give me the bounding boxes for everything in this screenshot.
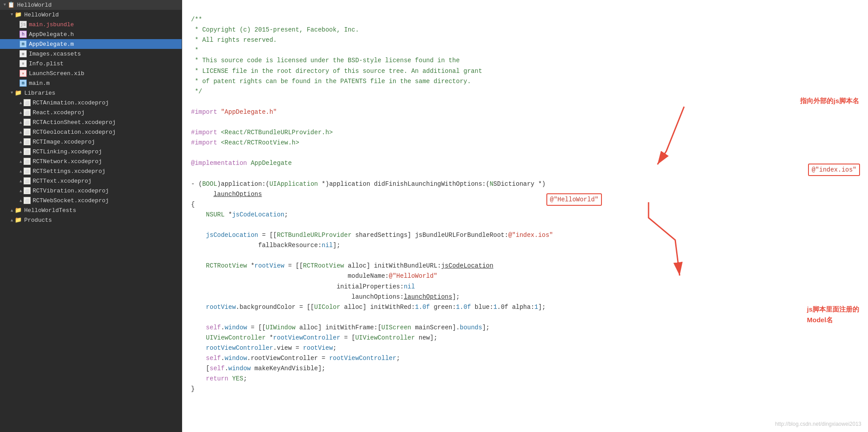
products-label: Products: [24, 217, 52, 224]
rctsettings-label: RCTSettings.xcodeproj: [32, 168, 105, 175]
sidebar-item-appdelegate-h[interactable]: h AppDelegate.h: [0, 29, 182, 39]
sidebar-item-rctimage[interactable]: ▶ ⬜ RCTImage.xcodeproj: [0, 137, 182, 147]
rctnetwork-label: RCTNetwork.xcodeproj: [32, 158, 102, 165]
helloworldtests-icon: 📁: [15, 207, 22, 214]
m-file-icon: m: [20, 40, 27, 48]
xcassets-icon: ⊞: [20, 50, 27, 57]
collapse-icon: ▼: [11, 12, 13, 17]
libraries-folder-icon: 📁: [15, 89, 22, 96]
sidebar-item-rctsettings[interactable]: ▶ ⬜ RCTSettings.xcodeproj: [0, 166, 182, 176]
appdelegate-m-label: AppDelegate.m: [29, 41, 74, 48]
rctimage-label: RCTImage.xcodeproj: [32, 139, 95, 145]
xcodeproj-icon2: ⬜: [24, 109, 31, 116]
annotation-label-jsname: 指向外部的js脚本名: [800, 96, 859, 106]
expand-icon: ▶: [18, 189, 23, 192]
sidebar-item-appdelegate-m[interactable]: m AppDelegate.m: [0, 39, 182, 49]
m-file-icon2: m: [20, 80, 27, 87]
images-xcassets-label: Images.xcassets: [29, 51, 81, 57]
sidebar-item-launchscreen-xib[interactable]: ✕ LaunchScreen.xib: [0, 68, 182, 78]
sidebar-item-rctvibration[interactable]: ▶ ⬜ RCTVibration.xcodeproj: [0, 186, 182, 196]
jsbundle-icon: js: [20, 21, 27, 28]
expand-icon: ▶: [18, 101, 23, 104]
expand-icon: ▶: [18, 111, 23, 113]
annotation-label-modelname: js脚本里面注册的Model名: [807, 304, 859, 325]
expand-icon: ▶: [18, 160, 23, 162]
sidebar-item-react-xcodeproj[interactable]: ▶ ⬜ React.xcodeproj: [0, 108, 182, 117]
products-folder-icon: 📁: [15, 216, 22, 224]
main-jsbundle-label: main.jsbundle: [29, 21, 74, 28]
xcodeproj-icon10: ⬜: [24, 187, 31, 194]
h-file-icon: h: [20, 31, 27, 38]
xcodeproj-icon4: ⬜: [24, 128, 31, 136]
project-icon: 📋: [8, 1, 15, 8]
collapse-icon: ▼: [4, 3, 6, 7]
sidebar-item-rctanimation[interactable]: ▶ ⬜ RCTAnimation.xcodeproj: [0, 98, 182, 108]
xib-icon: ✕: [20, 70, 27, 77]
xcodeproj-icon9: ⬜: [24, 177, 31, 184]
root-project[interactable]: ▼ 📋 HelloWorld: [0, 0, 182, 10]
collapse-icon: ▼: [11, 91, 13, 95]
main-m-label: main.m: [29, 80, 50, 87]
sidebar-item-images-xcassets[interactable]: ⊞ Images.xcassets: [0, 49, 182, 59]
rctwebsocket-label: RCTWebSocket.xcodeproj: [32, 197, 109, 204]
sidebar-item-info-plist[interactable]: ≡ Info.plist: [0, 59, 182, 68]
rctvibration-label: RCTVibration.xcodeproj: [32, 188, 109, 194]
sidebar-item-rctactionsheet[interactable]: ▶ ⬜ RCTActionSheet.xcodeproj: [0, 117, 182, 127]
libraries-label: Libraries: [24, 90, 55, 96]
helloworld-folder-label: HelloWorld: [24, 12, 59, 18]
expand-icon: ▶: [18, 150, 23, 152]
code-editor[interactable]: /** * Copyright (c) 2015-present, Facebo…: [182, 0, 868, 432]
plist-icon: ≡: [20, 60, 27, 67]
sidebar-item-rctnetwork[interactable]: ▶ ⬜ RCTNetwork.xcodeproj: [0, 156, 182, 166]
expand-icon: ▶: [18, 199, 23, 201]
react-xcodeproj-label: React.xcodeproj: [32, 109, 84, 116]
xcodeproj-icon11: ⬜: [24, 197, 31, 204]
expand-icon: ▶: [18, 121, 23, 123]
sidebar-item-helloworldtests[interactable]: ▶ 📁 HelloWorldTests: [0, 205, 182, 215]
expand-icon: ▶: [9, 219, 14, 221]
root-label: HelloWorld: [17, 2, 52, 8]
helloworldtests-label: HelloWorldTests: [24, 207, 76, 214]
rctanimation-label: RCTAnimation.xcodeproj: [32, 100, 109, 106]
sidebar-item-rctwebsocket[interactable]: ▶ ⬜ RCTWebSocket.xcodeproj: [0, 196, 182, 205]
xcodeproj-icon7: ⬜: [24, 158, 31, 165]
expand-icon: ▶: [18, 170, 23, 172]
xcodeproj-icon5: ⬜: [24, 138, 31, 145]
expand-icon: ▶: [18, 140, 23, 143]
expand-icon: ▶: [18, 180, 23, 182]
sidebar-item-rcttext[interactable]: ▶ ⬜ RCTText.xcodeproj: [0, 176, 182, 186]
xcodeproj-icon3: ⬜: [24, 119, 31, 126]
rcttext-label: RCTText.xcodeproj: [32, 178, 92, 184]
expand-icon: ▶: [18, 131, 23, 133]
xcodeproj-icon: ⬜: [24, 99, 31, 106]
info-plist-label: Info.plist: [29, 60, 64, 67]
sidebar-item-rctlinking[interactable]: ▶ ⬜ RCTLinking.xcodeproj: [0, 147, 182, 156]
rctgeolocation-label: RCTGeolocation.xcodeproj: [32, 129, 115, 136]
sidebar-item-helloworld-folder[interactable]: ▼ 📁 HelloWorld: [0, 10, 182, 20]
rctlinking-label: RCTLinking.xcodeproj: [32, 148, 102, 155]
file-tree: ▼ 📋 HelloWorld ▼ 📁 HelloWorld js main.js…: [0, 0, 182, 432]
xcodeproj-icon8: ⬜: [24, 168, 31, 175]
code-content: /** * Copyright (c) 2015-present, Facebo…: [191, 4, 859, 405]
appdelegate-h-label: AppDelegate.h: [29, 31, 74, 38]
folder-icon: 📁: [15, 11, 22, 18]
sidebar-item-products[interactable]: ▶ 📁 Products: [0, 215, 182, 225]
rctactionsheet-label: RCTActionSheet.xcodeproj: [32, 119, 115, 126]
xcodeproj-icon6: ⬜: [24, 148, 31, 155]
sidebar-item-main-jsbundle[interactable]: js main.jsbundle: [0, 20, 182, 29]
sidebar-item-libraries[interactable]: ▼ 📁 Libraries: [0, 88, 182, 98]
launchscreen-xib-label: LaunchScreen.xib: [29, 70, 84, 77]
sidebar-item-main-m[interactable]: m main.m: [0, 78, 182, 88]
watermark: http://blog.csdn.net/dingxiaowei2013: [775, 420, 861, 428]
sidebar-item-rctgeolocation[interactable]: ▶ ⬜ RCTGeolocation.xcodeproj: [0, 127, 182, 137]
expand-icon: ▶: [9, 209, 14, 211]
